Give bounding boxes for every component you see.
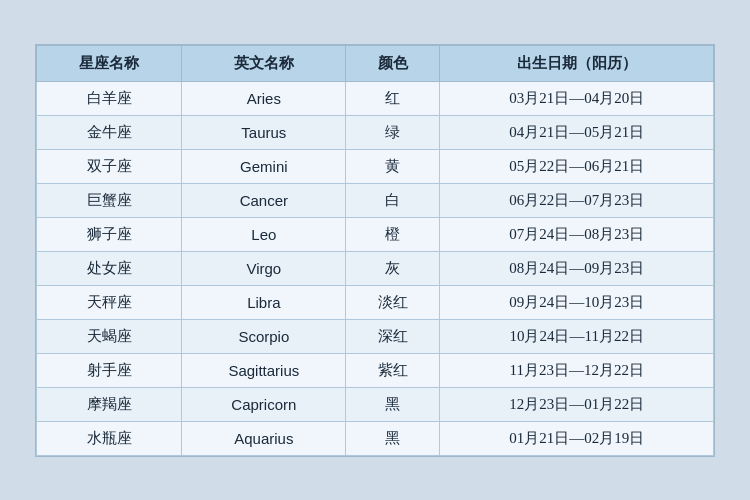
cell-color: 绿	[346, 115, 440, 149]
cell-english: Cancer	[182, 183, 346, 217]
table-row: 狮子座Leo橙07月24日—08月23日	[37, 217, 714, 251]
cell-dates: 07月24日—08月23日	[440, 217, 714, 251]
col-header-chinese: 星座名称	[37, 45, 182, 81]
cell-english: Gemini	[182, 149, 346, 183]
cell-english: Capricorn	[182, 387, 346, 421]
cell-color: 紫红	[346, 353, 440, 387]
cell-english: Taurus	[182, 115, 346, 149]
cell-english: Sagittarius	[182, 353, 346, 387]
cell-dates: 11月23日—12月22日	[440, 353, 714, 387]
cell-color: 橙	[346, 217, 440, 251]
table-row: 巨蟹座Cancer白06月22日—07月23日	[37, 183, 714, 217]
col-header-english: 英文名称	[182, 45, 346, 81]
table-header-row: 星座名称 英文名称 颜色 出生日期（阳历）	[37, 45, 714, 81]
cell-english: Virgo	[182, 251, 346, 285]
zodiac-table: 星座名称 英文名称 颜色 出生日期（阳历） 白羊座Aries红03月21日—04…	[36, 45, 714, 456]
cell-chinese: 狮子座	[37, 217, 182, 251]
table-row: 水瓶座Aquarius黑01月21日—02月19日	[37, 421, 714, 455]
cell-dates: 10月24日—11月22日	[440, 319, 714, 353]
cell-dates: 06月22日—07月23日	[440, 183, 714, 217]
cell-english: Scorpio	[182, 319, 346, 353]
cell-color: 白	[346, 183, 440, 217]
cell-dates: 01月21日—02月19日	[440, 421, 714, 455]
table-body: 白羊座Aries红03月21日—04月20日金牛座Taurus绿04月21日—0…	[37, 81, 714, 455]
cell-color: 红	[346, 81, 440, 115]
cell-chinese: 天秤座	[37, 285, 182, 319]
cell-dates: 08月24日—09月23日	[440, 251, 714, 285]
cell-english: Libra	[182, 285, 346, 319]
table-row: 金牛座Taurus绿04月21日—05月21日	[37, 115, 714, 149]
cell-chinese: 射手座	[37, 353, 182, 387]
cell-english: Aquarius	[182, 421, 346, 455]
table-row: 天蝎座Scorpio深红10月24日—11月22日	[37, 319, 714, 353]
table-row: 天秤座Libra淡红09月24日—10月23日	[37, 285, 714, 319]
cell-color: 深红	[346, 319, 440, 353]
cell-color: 淡红	[346, 285, 440, 319]
table-row: 处女座Virgo灰08月24日—09月23日	[37, 251, 714, 285]
cell-chinese: 白羊座	[37, 81, 182, 115]
cell-chinese: 摩羯座	[37, 387, 182, 421]
cell-chinese: 水瓶座	[37, 421, 182, 455]
zodiac-table-container: 星座名称 英文名称 颜色 出生日期（阳历） 白羊座Aries红03月21日—04…	[35, 44, 715, 457]
cell-chinese: 巨蟹座	[37, 183, 182, 217]
cell-color: 黄	[346, 149, 440, 183]
cell-dates: 04月21日—05月21日	[440, 115, 714, 149]
cell-dates: 03月21日—04月20日	[440, 81, 714, 115]
cell-chinese: 金牛座	[37, 115, 182, 149]
cell-color: 灰	[346, 251, 440, 285]
col-header-dates: 出生日期（阳历）	[440, 45, 714, 81]
table-row: 双子座Gemini黄05月22日—06月21日	[37, 149, 714, 183]
col-header-color: 颜色	[346, 45, 440, 81]
table-row: 摩羯座Capricorn黑12月23日—01月22日	[37, 387, 714, 421]
cell-color: 黑	[346, 387, 440, 421]
cell-color: 黑	[346, 421, 440, 455]
cell-chinese: 处女座	[37, 251, 182, 285]
table-row: 射手座Sagittarius紫红11月23日—12月22日	[37, 353, 714, 387]
cell-chinese: 双子座	[37, 149, 182, 183]
cell-dates: 05月22日—06月21日	[440, 149, 714, 183]
cell-dates: 09月24日—10月23日	[440, 285, 714, 319]
cell-dates: 12月23日—01月22日	[440, 387, 714, 421]
cell-english: Leo	[182, 217, 346, 251]
table-row: 白羊座Aries红03月21日—04月20日	[37, 81, 714, 115]
cell-english: Aries	[182, 81, 346, 115]
cell-chinese: 天蝎座	[37, 319, 182, 353]
